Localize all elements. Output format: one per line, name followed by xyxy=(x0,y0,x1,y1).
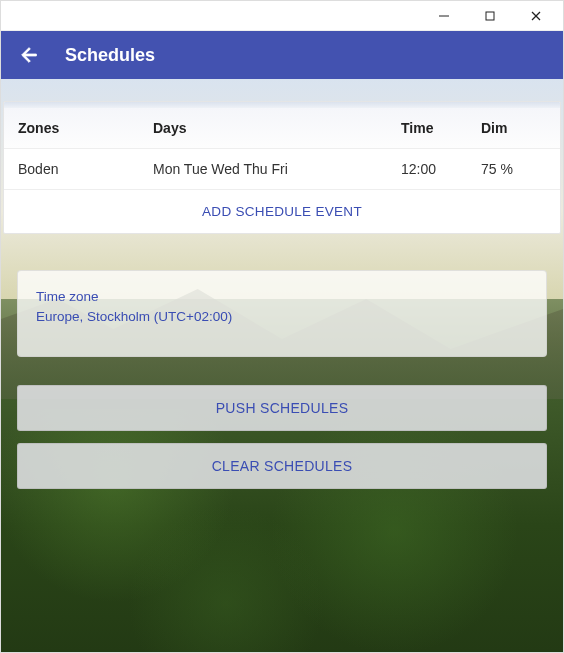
cell-days: Mon Tue Wed Thu Fri xyxy=(153,161,401,177)
close-button[interactable] xyxy=(513,2,559,30)
minimize-button[interactable] xyxy=(421,2,467,30)
add-schedule-event-button[interactable]: ADD SCHEDULE EVENT xyxy=(4,190,560,233)
header-zones: Zones xyxy=(18,120,153,136)
schedule-table: Zones Days Time Dim Boden Mon Tue Wed Th… xyxy=(3,101,561,234)
header-dim: Dim xyxy=(481,120,546,136)
maximize-button[interactable] xyxy=(467,2,513,30)
clear-schedules-button[interactable]: CLEAR SCHEDULES xyxy=(17,443,547,489)
back-arrow-icon[interactable] xyxy=(17,43,41,67)
timezone-value: Europe, Stockholm (UTC+02:00) xyxy=(36,307,528,327)
cell-dim: 75 % xyxy=(481,161,546,177)
table-header-row: Zones Days Time Dim xyxy=(4,108,560,149)
app-window: Schedules Zones Days Time Dim Boden Mon … xyxy=(0,0,564,653)
app-bar: Schedules xyxy=(1,31,563,79)
action-buttons: PUSH SCHEDULES CLEAR SCHEDULES xyxy=(17,385,547,489)
cell-time: 12:00 xyxy=(401,161,481,177)
timezone-card[interactable]: Time zone Europe, Stockholm (UTC+02:00) xyxy=(17,270,547,357)
header-time: Time xyxy=(401,120,481,136)
timezone-label: Time zone xyxy=(36,287,528,307)
page-title: Schedules xyxy=(65,45,155,66)
cell-zones: Boden xyxy=(18,161,153,177)
window-titlebar xyxy=(1,1,563,31)
content-area: Zones Days Time Dim Boden Mon Tue Wed Th… xyxy=(1,79,563,652)
header-days: Days xyxy=(153,120,401,136)
svg-rect-1 xyxy=(486,12,494,20)
push-schedules-button[interactable]: PUSH SCHEDULES xyxy=(17,385,547,431)
table-row[interactable]: Boden Mon Tue Wed Thu Fri 12:00 75 % xyxy=(4,149,560,190)
